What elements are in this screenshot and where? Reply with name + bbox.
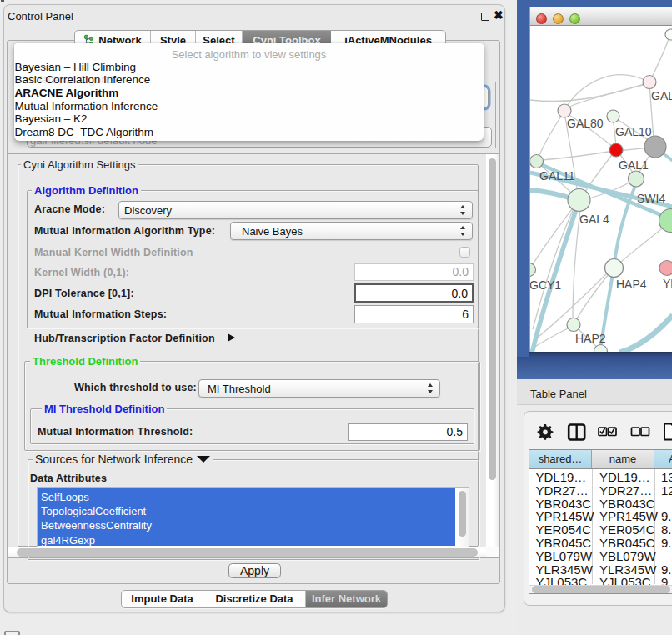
svg-text:GAL10: GAL10 bbox=[615, 125, 652, 138]
svg-text:HAP2: HAP2 bbox=[575, 332, 606, 345]
svg-text:GAL11: GAL11 bbox=[539, 169, 575, 182]
svg-text:SWI4: SWI4 bbox=[637, 192, 665, 205]
svg-text:YP: YP bbox=[663, 277, 672, 290]
svg-text:GAL1: GAL1 bbox=[619, 158, 649, 172]
svg-text:HAP4: HAP4 bbox=[616, 278, 647, 291]
svg-text:GCY1: GCY1 bbox=[530, 278, 561, 292]
svg-text:GAL80: GAL80 bbox=[567, 117, 604, 130]
svg-text:GAL4: GAL4 bbox=[579, 212, 609, 226]
svg-text:GAL7: GAL7 bbox=[651, 89, 672, 102]
